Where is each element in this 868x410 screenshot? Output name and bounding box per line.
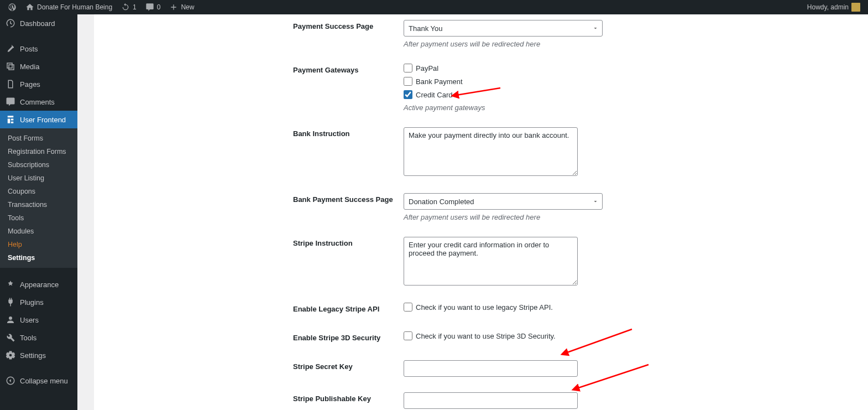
new-label: New xyxy=(181,3,194,11)
label-stripe-3d: Enable Stripe 3D Security xyxy=(293,331,404,342)
menu-appearance[interactable]: Appearance xyxy=(0,276,77,293)
submenu-registration-forms[interactable]: Registration Forms xyxy=(0,145,77,158)
menu-settings[interactable]: Settings xyxy=(0,346,77,364)
checkbox-credit-card[interactable] xyxy=(404,90,412,99)
comments-count: 0 xyxy=(157,3,161,11)
plus-icon xyxy=(169,3,178,12)
account-link[interactable]: Howdy, admin xyxy=(803,0,865,14)
label-bank-instruction: Bank Instruction xyxy=(293,127,404,138)
wp-logo[interactable] xyxy=(3,0,21,14)
submenu-subscriptions[interactable]: Subscriptions xyxy=(0,158,77,172)
label-payment-success-page: Payment Success Page xyxy=(293,20,404,30)
row-secret-key: Stripe Secret Key xyxy=(293,360,868,377)
label-stripe-instruction: Stripe Instruction xyxy=(293,237,404,247)
menu-dashboard[interactable]: Dashboard xyxy=(0,14,77,32)
help-payment-gateways: Active payment gateways xyxy=(404,103,603,112)
row-legacy-api: Enable Legacy Stripe API Check if you wa… xyxy=(293,303,868,316)
row-bank-success-page: Bank Payment Success Page Donation Compl… xyxy=(293,193,868,221)
label-stripe-3d-check[interactable]: Check if you want to use Stripe 3D Secur… xyxy=(416,332,556,340)
menu-comments[interactable]: Comments xyxy=(0,93,77,111)
label-pub-key: Stripe Publishable Key xyxy=(293,392,404,403)
updates-link[interactable]: 1 xyxy=(117,0,141,14)
admin-sidebar: Dashboard Posts Media Pages Comments Use… xyxy=(0,14,77,410)
submenu-help[interactable]: Help xyxy=(0,238,77,251)
row-bank-instruction: Bank Instruction xyxy=(293,127,868,178)
menu-posts[interactable]: Posts xyxy=(0,40,77,58)
submenu-tools[interactable]: Tools xyxy=(0,211,77,225)
label-payment-gateways: Payment Gateways xyxy=(293,64,404,74)
menu-media[interactable]: Media xyxy=(0,58,77,75)
site-name: Donate For Human Being xyxy=(37,3,112,11)
content-area: Payment Success Page Thank You After pay… xyxy=(77,14,868,410)
submenu-coupons[interactable]: Coupons xyxy=(0,185,77,198)
label-bank-success-page: Bank Payment Success Page xyxy=(293,193,404,204)
row-payment-gateways: Payment Gateways PayPal Bank Payment Cre… xyxy=(293,64,868,112)
comment-icon xyxy=(145,3,154,12)
input-pub-key[interactable] xyxy=(404,392,578,409)
admin-bar: Donate For Human Being 1 0 New Howdy, ad… xyxy=(0,0,868,14)
textarea-bank-instruction[interactable] xyxy=(404,127,578,176)
row-payment-success-page: Payment Success Page Thank You After pay… xyxy=(293,20,868,48)
label-secret-key: Stripe Secret Key xyxy=(293,360,404,371)
submenu-user-listing[interactable]: User Listing xyxy=(0,172,77,185)
submenu-transactions[interactable]: Transactions xyxy=(0,198,77,211)
row-stripe-3d: Enable Stripe 3D Security Check if you w… xyxy=(293,331,868,345)
updates-count: 1 xyxy=(133,3,137,11)
row-stripe-instruction: Stripe Instruction xyxy=(293,237,868,287)
label-legacy-api-check[interactable]: Check if you want to use legacy Stripe A… xyxy=(416,303,553,312)
howdy-text: Howdy, admin xyxy=(807,3,849,11)
comments-link[interactable]: 0 xyxy=(141,0,165,14)
submenu-post-forms[interactable]: Post Forms xyxy=(0,132,77,145)
checkbox-paypal[interactable] xyxy=(404,64,412,72)
help-bank-success-page: After payment users will be redirected h… xyxy=(404,213,603,221)
input-secret-key[interactable] xyxy=(404,360,578,377)
checkbox-bank-payment[interactable] xyxy=(404,77,412,86)
menu-plugins[interactable]: Plugins xyxy=(0,293,77,311)
help-payment-success-page: After payment users will be redirected h… xyxy=(404,40,603,48)
label-bank-payment[interactable]: Bank Payment xyxy=(416,77,463,86)
select-payment-success-page[interactable]: Thank You xyxy=(404,20,603,37)
submenu-user-frontend: Post Forms Registration Forms Subscripti… xyxy=(0,128,77,268)
submenu-settings[interactable]: Settings xyxy=(0,251,77,264)
select-bank-success-page[interactable]: Donation Completed xyxy=(404,193,603,210)
menu-tools[interactable]: Tools xyxy=(0,329,77,346)
menu-users[interactable]: Users xyxy=(0,311,77,329)
row-pub-key: Stripe Publishable Key xyxy=(293,392,868,409)
checkbox-legacy-api[interactable] xyxy=(404,303,412,312)
home-icon xyxy=(25,3,34,12)
new-link[interactable]: New xyxy=(165,0,198,14)
textarea-stripe-instruction[interactable] xyxy=(404,237,578,286)
site-name-link[interactable]: Donate For Human Being xyxy=(21,0,117,14)
checkbox-stripe-3d[interactable] xyxy=(404,331,412,340)
menu-pages[interactable]: Pages xyxy=(0,75,77,93)
avatar xyxy=(851,3,860,12)
submenu-modules[interactable]: Modules xyxy=(0,225,77,238)
label-paypal[interactable]: PayPal xyxy=(416,64,438,72)
menu-user-frontend[interactable]: User Frontend xyxy=(0,111,77,128)
collapse-menu[interactable]: Collapse menu xyxy=(0,372,77,390)
label-credit-card[interactable]: Credit Card xyxy=(416,91,452,99)
label-legacy-api: Enable Legacy Stripe API xyxy=(293,303,404,313)
updates-icon xyxy=(121,3,130,12)
